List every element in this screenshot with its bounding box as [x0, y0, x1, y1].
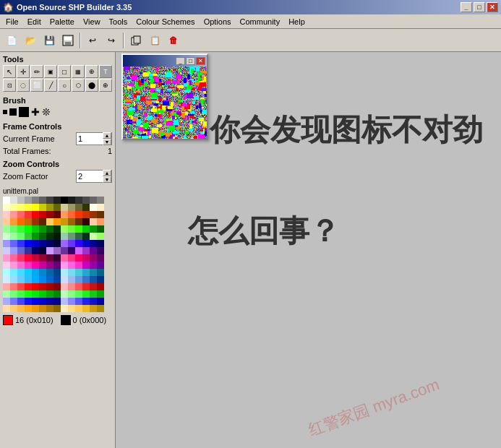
- palette-cell[interactable]: [3, 276, 10, 283]
- palette-cell[interactable]: [82, 211, 90, 218]
- palette-cell[interactable]: [17, 305, 25, 312]
- zoom-spin-down[interactable]: ▼: [103, 176, 111, 183]
- palette-cell[interactable]: [75, 211, 82, 218]
- palette-cell[interactable]: [46, 197, 53, 204]
- palette-cell[interactable]: [75, 305, 82, 312]
- palette-cell[interactable]: [32, 247, 39, 254]
- menu-colour-schemes[interactable]: Colour Schemes: [132, 16, 199, 27]
- palette-cell[interactable]: [46, 290, 53, 298]
- paste-button[interactable]: 📋: [146, 32, 163, 49]
- palette-cell[interactable]: [53, 204, 61, 211]
- palette-cell[interactable]: [46, 254, 53, 262]
- palette-cell[interactable]: [90, 262, 97, 269]
- palette-cell[interactable]: [39, 233, 46, 240]
- palette-cell[interactable]: [61, 298, 68, 305]
- palette-cell[interactable]: [3, 240, 10, 247]
- palette-cell[interactable]: [46, 218, 53, 225]
- palette-cell[interactable]: [82, 233, 90, 240]
- zoom-factor-spinbox[interactable]: ▲ ▼: [76, 170, 112, 183]
- palette-cell[interactable]: [39, 225, 46, 233]
- palette-cell[interactable]: [53, 254, 61, 262]
- menu-file[interactable]: File: [1, 16, 23, 27]
- menu-view[interactable]: View: [79, 16, 105, 27]
- palette-cell[interactable]: [97, 240, 104, 247]
- palette-cell[interactable]: [3, 197, 10, 204]
- palette-cell[interactable]: [90, 225, 97, 233]
- palette-cell[interactable]: [97, 276, 104, 283]
- palette-cell[interactable]: [3, 225, 10, 233]
- palette-cell[interactable]: [25, 269, 32, 276]
- palette-cell[interactable]: [61, 254, 68, 262]
- palette-cell[interactable]: [32, 283, 39, 290]
- palette-cell[interactable]: [46, 240, 53, 247]
- palette-cell[interactable]: [82, 305, 90, 312]
- palette-cell[interactable]: [17, 262, 25, 269]
- palette-cell[interactable]: [3, 290, 10, 298]
- palette-cell[interactable]: [75, 298, 82, 305]
- palette-cell[interactable]: [25, 254, 32, 262]
- fg-color-swatch[interactable]: [3, 315, 13, 325]
- close-button[interactable]: ✕: [487, 2, 498, 12]
- canvas-area[interactable]: _ □ ✕ 你会发现图标不对劲 怎么回事？ 红警家园 myra.com: [116, 52, 501, 448]
- palette-cell[interactable]: [90, 233, 97, 240]
- palette-cell[interactable]: [53, 262, 61, 269]
- palette-cell[interactable]: [39, 204, 46, 211]
- tool-fill[interactable]: ▦: [72, 65, 85, 78]
- palette-cell[interactable]: [25, 197, 32, 204]
- palette-cell[interactable]: [82, 290, 90, 298]
- palette-cell[interactable]: [53, 211, 61, 218]
- tool-arrow[interactable]: ↖: [3, 65, 16, 78]
- menu-options[interactable]: Options: [200, 16, 236, 27]
- palette-cell[interactable]: [39, 298, 46, 305]
- palette-cell[interactable]: [3, 211, 10, 218]
- palette-cell[interactable]: [53, 269, 61, 276]
- saveas-button[interactable]: [59, 32, 77, 49]
- palette-cell[interactable]: [68, 276, 75, 283]
- palette-cell[interactable]: [10, 247, 17, 254]
- palette-cell[interactable]: [68, 283, 75, 290]
- palette-cell[interactable]: [32, 211, 39, 218]
- palette-cell[interactable]: [90, 269, 97, 276]
- palette-cell[interactable]: [10, 218, 17, 225]
- palette-cell[interactable]: [3, 262, 10, 269]
- palette-cell[interactable]: [82, 254, 90, 262]
- brush-small[interactable]: [3, 110, 7, 114]
- palette-cell[interactable]: [32, 290, 39, 298]
- palette-cell[interactable]: [82, 240, 90, 247]
- palette-cell[interactable]: [82, 262, 90, 269]
- palette-cell[interactable]: [39, 197, 46, 204]
- palette-cell[interactable]: [82, 298, 90, 305]
- palette-cell[interactable]: [32, 225, 39, 233]
- palette-cell[interactable]: [97, 211, 104, 218]
- palette-cell[interactable]: [90, 283, 97, 290]
- palette-cell[interactable]: [25, 262, 32, 269]
- palette-cell[interactable]: [3, 305, 10, 312]
- palette-cell[interactable]: [75, 262, 82, 269]
- spin-down[interactable]: ▼: [103, 139, 111, 145]
- palette-cell[interactable]: [68, 262, 75, 269]
- palette-cell[interactable]: [10, 305, 17, 312]
- float-minimize[interactable]: _: [176, 57, 185, 65]
- palette-cell[interactable]: [25, 218, 32, 225]
- palette-cell[interactable]: [25, 225, 32, 233]
- palette-cell[interactable]: [68, 290, 75, 298]
- tool-brush[interactable]: ▣: [44, 65, 57, 78]
- palette-cell[interactable]: [32, 218, 39, 225]
- palette-cell[interactable]: [61, 305, 68, 312]
- tool-text[interactable]: T: [99, 65, 112, 78]
- title-bar-controls[interactable]: _ □ ✕: [461, 2, 498, 12]
- palette-cell[interactable]: [97, 298, 104, 305]
- menu-palette[interactable]: Palette: [46, 16, 79, 27]
- palette-cell[interactable]: [10, 262, 17, 269]
- palette-cell[interactable]: [3, 254, 10, 262]
- palette-cell[interactable]: [97, 290, 104, 298]
- palette-cell[interactable]: [10, 204, 17, 211]
- tool-select[interactable]: ⊡: [3, 79, 16, 92]
- palette-cell[interactable]: [53, 233, 61, 240]
- palette-cell[interactable]: [68, 254, 75, 262]
- tool-square[interactable]: □: [58, 65, 71, 78]
- palette-cell[interactable]: [39, 276, 46, 283]
- palette-cell[interactable]: [10, 283, 17, 290]
- palette-cell[interactable]: [17, 225, 25, 233]
- palette-cell[interactable]: [97, 225, 104, 233]
